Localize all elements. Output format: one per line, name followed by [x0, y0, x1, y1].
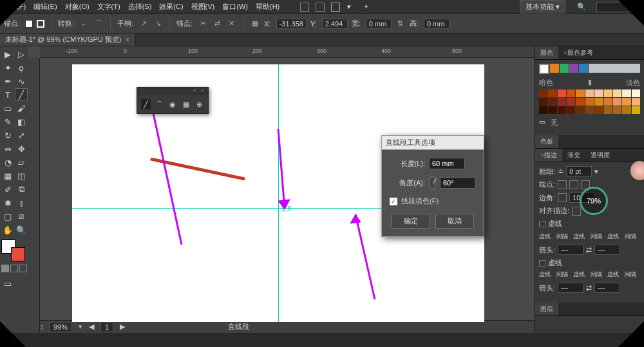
selection-tool[interactable]: ▶ — [1, 48, 14, 61]
cloud-icon[interactable]: ✦ — [363, 3, 369, 11]
color-tab[interactable]: 颜色 — [535, 46, 558, 59]
popup-close-icon[interactable]: × — [201, 88, 206, 93]
doc-tab[interactable]: 未标题-1* @ 99% (CMYK/GPU 预览)✕ — [0, 33, 136, 46]
y-field[interactable]: 2.494 — [322, 19, 348, 29]
opacity-tab[interactable]: 透明度 — [585, 149, 615, 162]
line-tool[interactable]: ╱ — [15, 88, 28, 101]
zoom-field[interactable]: 99% — [49, 322, 72, 332]
remove-anchor-icon[interactable]: ✂ — [198, 19, 208, 29]
mesh-tool[interactable]: ▦ — [1, 169, 14, 182]
blend-tool[interactable]: ⧉ — [15, 183, 28, 196]
fill-swatch[interactable] — [25, 20, 33, 28]
cancel-button[interactable]: 取消 — [435, 214, 474, 229]
ok-button[interactable]: 确定 — [392, 214, 430, 229]
artboard-tool[interactable]: ▢ — [1, 210, 14, 223]
close-tab-icon[interactable]: ✕ — [125, 37, 130, 43]
spiral-icon[interactable]: ◉ — [168, 99, 178, 109]
width-tool[interactable]: ⇔ — [1, 142, 14, 155]
search-icon[interactable]: 🔍 — [577, 3, 586, 11]
menu-help[interactable]: 帮助(H) — [256, 2, 279, 12]
polar-grid-icon[interactable]: ⊕ — [194, 99, 204, 109]
handle-icon2[interactable]: ↘ — [153, 19, 163, 29]
dashed-checkbox2[interactable]: 虚线 — [539, 258, 640, 268]
stroke-tab[interactable]: ○描边 — [535, 149, 562, 162]
nav-next-icon[interactable]: ▶ — [120, 323, 125, 331]
align-stroke-icon[interactable] — [572, 207, 581, 216]
cap-round-icon[interactable] — [569, 180, 578, 189]
dashed-checkbox[interactable]: 虚线 — [539, 219, 640, 229]
curvature-tool[interactable]: ∿ — [15, 75, 28, 88]
slice-tool[interactable]: ⧄ — [15, 210, 28, 223]
shape-builder-tool[interactable]: ◔ — [1, 156, 14, 169]
screen-mode-icon[interactable]: ▭ — [1, 277, 14, 290]
doc-mode-icons[interactable]: ▾ — [300, 3, 355, 12]
free-transform-tool[interactable]: ✥ — [15, 142, 28, 155]
arrow-end-field[interactable]: — — [594, 245, 620, 255]
link-wh-icon[interactable]: ⇅ — [395, 19, 406, 29]
eraser-tool[interactable]: ◧ — [15, 115, 28, 128]
connect-anchor-icon[interactable]: ⇄ — [212, 19, 222, 29]
pen-tool[interactable]: ✒ — [1, 75, 14, 88]
hand-tool[interactable]: ✋ — [1, 223, 14, 236]
line-tool-popup[interactable]: «× ╱ ⌒ ◉ ▦ ⊕ — [137, 87, 209, 114]
angle-input[interactable] — [440, 177, 476, 189]
color-row[interactable] — [539, 64, 640, 74]
gradient-tool[interactable]: ◫ — [15, 169, 28, 182]
convert-smooth-icon[interactable]: ⌒ — [93, 19, 104, 29]
symbol-spray-tool[interactable]: ✱ — [1, 196, 14, 209]
rect-grid-icon[interactable]: ▦ — [181, 99, 191, 109]
menu-edit[interactable]: 编辑(E) — [33, 2, 57, 12]
rect-tool[interactable]: ▭ — [1, 102, 14, 115]
line-segment-icon[interactable]: ╱ — [141, 99, 151, 109]
lasso-tool[interactable]: ọ — [15, 61, 28, 74]
h-field[interactable]: 0 mm — [424, 19, 450, 29]
magic-wand-tool[interactable]: ✦ — [1, 61, 14, 74]
color-swatch[interactable] — [1, 239, 28, 261]
angle-dial[interactable] — [429, 176, 436, 190]
color-guide-tab[interactable]: ○颜色参考 — [558, 46, 598, 59]
convert-corner-icon[interactable]: ⌐ — [79, 19, 90, 29]
x-field[interactable]: -31.358 — [276, 19, 307, 29]
handle-icon[interactable]: ↗ — [138, 19, 149, 29]
weight-stepper-icon[interactable]: ≑ — [558, 167, 564, 176]
menu-window[interactable]: 窗口(W) — [222, 2, 248, 12]
menu-object[interactable]: 对象(O) — [65, 2, 90, 12]
ruler-vertical[interactable] — [28, 58, 40, 333]
cap-butt-icon[interactable] — [558, 180, 567, 189]
popup-collapse-icon[interactable]: « — [193, 88, 198, 93]
direct-select-tool[interactable]: ▷ — [15, 48, 28, 61]
pencil-tool[interactable]: ✎ — [1, 115, 14, 128]
workspace-switcher[interactable]: 基本功能 ▾ — [520, 0, 565, 14]
perspective-tool[interactable]: ▱ — [15, 156, 28, 169]
color-palette[interactable] — [539, 89, 640, 114]
artboard[interactable]: 交互 «× ╱ ⌒ ◉ ▦ ⊕ 直线段工具选项 — [72, 64, 484, 322]
menu-select[interactable]: 选择(S) — [128, 2, 152, 12]
graph-tool[interactable]: ⫿ — [15, 196, 28, 209]
eyedropper-tool[interactable]: ✐ — [1, 183, 14, 196]
nav-prev-icon[interactable]: ◀ — [89, 323, 94, 331]
cut-path-icon[interactable]: ✕ — [226, 19, 236, 29]
scale-tool[interactable]: ⤢ — [15, 129, 28, 142]
corner-icon[interactable] — [558, 193, 567, 202]
menu-effect[interactable]: 效果(C) — [159, 2, 183, 12]
swatch-tab[interactable]: 色板 — [535, 135, 558, 148]
rotate-tool[interactable]: ↻ — [1, 129, 14, 142]
dialog-title[interactable]: 直线段工具选项 — [382, 136, 484, 150]
length-input[interactable] — [429, 158, 465, 169]
fill-line-checkbox[interactable]: ✓线段填色(F) — [390, 196, 476, 206]
arc-icon[interactable]: ⌒ — [155, 99, 164, 109]
gradient-tab[interactable]: 渐变 — [562, 149, 585, 162]
w-field[interactable]: 0 mm — [366, 19, 392, 29]
layers-tab[interactable]: 图层 — [535, 303, 558, 315]
artboard-num[interactable]: 1 — [100, 322, 113, 332]
menu-view[interactable]: 视图(V) — [191, 2, 215, 12]
ref-point-icon[interactable]: ▦ — [250, 19, 260, 29]
type-tool[interactable]: T — [1, 88, 14, 101]
canvas[interactable]: 交互 «× ╱ ⌒ ◉ ▦ ⊕ 直线段工具选项 — [40, 58, 535, 320]
draw-mode-icons[interactable] — [1, 265, 28, 272]
menu-text[interactable]: 文字(T) — [97, 2, 120, 12]
arrow-start-field[interactable]: — — [558, 245, 583, 255]
ruler-horizontal[interactable]: -1000100200300400500 — [40, 46, 535, 58]
weight-field[interactable]: 8 pt — [566, 166, 592, 176]
zoom-tool[interactable]: 🔍 — [15, 223, 28, 236]
